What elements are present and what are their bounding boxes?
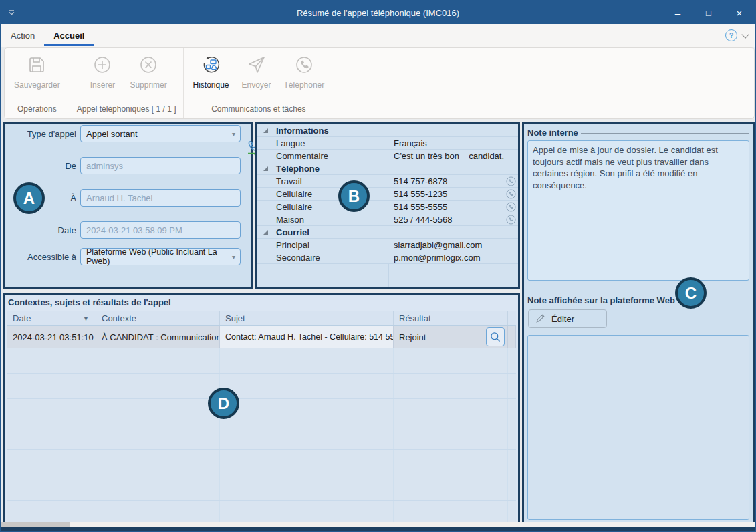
window-title: Résumé de l'appel téléphonique (IMC016) xyxy=(1,8,755,18)
date-value: 2024-03-21 03:58:09 PM xyxy=(86,225,182,235)
grid-row[interactable]: Maison 525 / 444-5568 xyxy=(257,213,518,226)
call-type-dropdown[interactable]: Appel sortant ▾ xyxy=(80,125,241,142)
save-button[interactable]: Sauvegarder xyxy=(10,52,64,92)
ribbon-group-comms: Historique Envoyer Téléphoner xyxy=(184,48,335,118)
empty-row xyxy=(7,424,516,450)
ribbon: Sauvegarder Opérations Insérer xyxy=(4,47,755,119)
close-button[interactable]: × xyxy=(724,1,755,24)
save-icon xyxy=(27,55,47,78)
annotation-badge-a: A xyxy=(13,182,45,214)
delete-label: Supprimer xyxy=(130,80,166,90)
delete-button[interactable]: Supprimer xyxy=(126,52,170,92)
pencil-icon xyxy=(535,313,546,325)
dropdown-arrow-icon: ▾ xyxy=(232,253,235,261)
search-result-button[interactable] xyxy=(486,327,505,346)
insert-icon xyxy=(92,55,112,78)
ribbon-tabs: Action Accueil ? xyxy=(1,24,755,47)
app-window: Résumé de l'appel téléphonique (IMC016) … xyxy=(0,0,756,532)
phone-icon[interactable] xyxy=(503,176,518,186)
window-controls: – □ × xyxy=(662,1,755,24)
call-results-panel: Contextes, sujets et résultats de l'appe… xyxy=(3,293,520,526)
call-results-table: Date ▼ Contexte Sujet Résultat 2024- xyxy=(7,311,516,522)
phone-icon[interactable] xyxy=(503,189,518,199)
collapse-triangle-icon xyxy=(263,166,268,171)
empty-row xyxy=(7,475,516,501)
history-icon xyxy=(201,55,221,78)
column-header-resultat[interactable]: Résultat xyxy=(394,311,508,325)
window-bottom-border xyxy=(1,527,755,531)
grid-section-header[interactable]: Informations xyxy=(257,124,518,137)
history-button[interactable]: Historique xyxy=(189,52,233,92)
from-label: De xyxy=(65,161,76,171)
cell-resultat: Rejoint xyxy=(394,326,508,348)
grid-row[interactable]: Commentaire C'est un très bon candidat. xyxy=(257,150,518,162)
column-header-contexte[interactable]: Contexte xyxy=(96,311,220,325)
maximize-button[interactable]: □ xyxy=(693,1,724,24)
sort-desc-icon: ▼ xyxy=(83,315,89,322)
edit-button-label: Éditer xyxy=(551,314,574,324)
column-header-extra xyxy=(508,311,516,325)
empty-row xyxy=(7,399,516,424)
group-label-comms: Communications et tâches xyxy=(210,102,307,117)
grid-row[interactable]: Cellulaire 514 555-5555 xyxy=(257,201,518,213)
web-note-textarea[interactable] xyxy=(527,335,749,520)
save-label: Sauvegarder xyxy=(14,80,60,90)
access-label: Accessible à xyxy=(27,252,76,262)
empty-row xyxy=(7,374,516,399)
from-value: adminsys xyxy=(86,161,123,171)
collapse-triangle-icon xyxy=(263,230,268,235)
collapse-ribbon-icon[interactable] xyxy=(741,31,749,38)
empty-row xyxy=(7,450,516,475)
internal-note-title: Note interne xyxy=(527,128,578,138)
table-row[interactable]: 2024-03-21 03:51:10 ... À CANDIDAT : Com… xyxy=(7,326,516,348)
column-header-sujet[interactable]: Sujet xyxy=(220,311,394,325)
grid-empty-area xyxy=(257,264,518,287)
telephone-icon xyxy=(294,55,314,78)
grid-section-header[interactable]: Courriel xyxy=(257,226,518,239)
cell-sujet: Contact: Arnaud H. Tachel - Cellulaire: … xyxy=(220,326,394,348)
ribbon-group-operations: Sauvegarder Opérations xyxy=(5,48,70,118)
status-bar xyxy=(1,522,755,527)
insert-label: Insérer xyxy=(90,80,115,90)
grid-row[interactable]: Cellulaire 514 555-1235 xyxy=(257,188,518,201)
grid-row[interactable]: Travail 514 757-6878 xyxy=(257,175,518,188)
from-field[interactable]: adminsys xyxy=(80,157,241,174)
tab-accueil[interactable]: Accueil xyxy=(44,25,94,46)
cell-contexte: À CANDIDAT : Communication ... xyxy=(96,326,220,348)
call-type-value: Appel sortant xyxy=(86,129,138,139)
to-label: À xyxy=(70,193,76,203)
minimize-button[interactable]: – xyxy=(662,1,693,24)
grid-row[interactable]: Langue Français xyxy=(257,137,518,150)
help-icon[interactable]: ? xyxy=(725,29,737,41)
call-results-title: Contextes, sujets et résultats de l'appe… xyxy=(8,297,171,307)
grid-section-header[interactable]: Téléphone xyxy=(257,162,518,175)
workspace: Type d'appel Appel sortant ▾ De adminsys xyxy=(1,119,755,531)
dropdown-arrow-icon: ▾ xyxy=(232,130,235,138)
group-label-operations: Opérations xyxy=(16,102,58,117)
insert-button[interactable]: Insérer xyxy=(82,52,123,92)
grid-row[interactable]: Secondaire p.mori@primlogix.com xyxy=(257,251,518,264)
cell-date: 2024-03-21 03:51:10 ... xyxy=(7,326,96,348)
internal-note-textarea[interactable]: Appel de mise à jour de dossier. Le cand… xyxy=(527,140,749,281)
telephone-button[interactable]: Téléphoner xyxy=(280,52,329,92)
notes-panel: Note interne Appel de mise à jour de dos… xyxy=(522,122,755,526)
edit-web-note-button[interactable]: Éditer xyxy=(528,309,607,328)
type-label: Type d'appel xyxy=(27,129,76,139)
annotation-badge-c: C xyxy=(675,277,707,309)
to-field[interactable]: Arnaud H. Tachel xyxy=(80,189,241,207)
phone-icon[interactable] xyxy=(503,215,518,225)
column-header-date[interactable]: Date ▼ xyxy=(7,311,96,325)
annotation-badge-b: B xyxy=(338,180,370,212)
phone-icon[interactable] xyxy=(503,202,518,212)
telephone-label: Téléphoner xyxy=(284,80,325,90)
send-button[interactable]: Envoyer xyxy=(236,52,277,92)
date-field[interactable]: 2024-03-21 03:58:09 PM xyxy=(80,221,241,239)
table-header-row: Date ▼ Contexte Sujet Résultat xyxy=(7,311,516,326)
tab-action[interactable]: Action xyxy=(1,25,44,46)
send-icon xyxy=(247,55,267,78)
titlebar: Résumé de l'appel téléphonique (IMC016) … xyxy=(1,1,755,24)
access-value: Plateforme Web (Public Incluant La Pweb) xyxy=(86,247,235,266)
grid-row[interactable]: Principal siarradjabi@gmail.com xyxy=(257,239,518,251)
web-note-title: Note affichée sur la plateforme Web xyxy=(527,295,675,305)
access-dropdown[interactable]: Plateforme Web (Public Incluant La Pweb)… xyxy=(80,248,241,265)
